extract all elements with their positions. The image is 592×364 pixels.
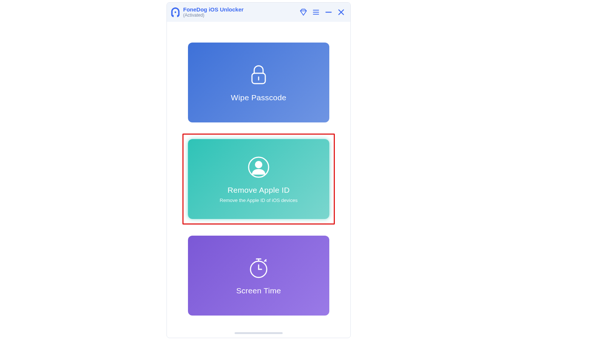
diamond-icon[interactable]	[299, 8, 307, 16]
svg-line-17	[265, 260, 266, 261]
title-bar: FoneDog iOS Unlocker (Activated)	[167, 3, 350, 22]
svg-point-10	[255, 161, 262, 168]
close-icon[interactable]	[337, 8, 345, 16]
stopwatch-icon	[247, 256, 270, 280]
person-circle-icon	[247, 155, 270, 179]
license-status: (Activated)	[183, 13, 243, 18]
svg-point-0	[175, 11, 176, 13]
remove-apple-id-card[interactable]: Remove Apple ID Remove the Apple ID of i…	[188, 139, 329, 219]
screen-time-card[interactable]: Screen Time	[188, 236, 329, 316]
wipe-passcode-card[interactable]: Wipe Passcode	[188, 43, 329, 122]
window-resize-handle[interactable]	[235, 332, 283, 334]
title-text-group: FoneDog iOS Unlocker (Activated)	[183, 6, 243, 18]
window-controls	[299, 8, 345, 16]
remove-apple-id-title: Remove Apple ID	[228, 186, 290, 195]
minimize-icon[interactable]	[324, 8, 333, 16]
screen-time-title: Screen Time	[236, 286, 281, 295]
menu-icon[interactable]	[312, 8, 320, 16]
app-window: FoneDog iOS Unlocker (Activated)	[166, 2, 351, 338]
app-logo-icon	[170, 7, 181, 18]
remove-apple-id-subtitle: Remove the Apple ID of iOS devices	[220, 198, 297, 203]
wipe-passcode-title: Wipe Passcode	[231, 93, 286, 102]
remove-apple-id-highlight: Remove Apple ID Remove the Apple ID of i…	[182, 134, 335, 225]
lock-icon	[247, 63, 270, 87]
app-title: FoneDog iOS Unlocker	[183, 6, 243, 13]
main-area: Wipe Passcode Remove Apple ID Remove the…	[167, 22, 350, 327]
